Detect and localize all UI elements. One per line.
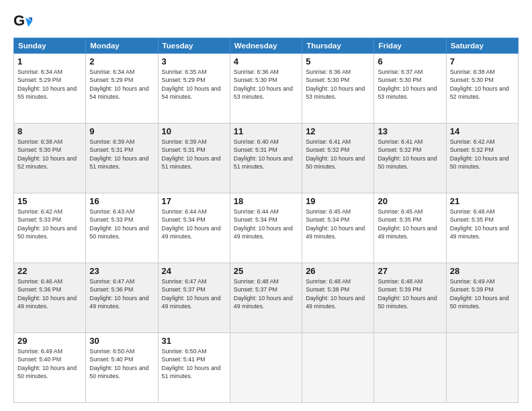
week-row-1: 1Sunrise: 6:34 AMSunset: 5:29 PMDaylight…: [14, 54, 519, 124]
day-number: 17: [162, 196, 226, 206]
day-number: 20: [378, 196, 442, 206]
calendar-cell: 10Sunrise: 6:39 AMSunset: 5:31 PMDayligh…: [158, 124, 230, 193]
calendar-cell: 5Sunrise: 6:36 AMSunset: 5:30 PMDaylight…: [302, 54, 374, 124]
day-info: Sunrise: 6:38 AMSunset: 5:30 PMDaylight:…: [17, 138, 82, 171]
week-row-5: 29Sunrise: 6:49 AMSunset: 5:40 PMDayligh…: [14, 333, 519, 403]
day-info: Sunrise: 6:39 AMSunset: 5:31 PMDaylight:…: [89, 138, 154, 171]
weekday-header-friday: Friday: [374, 38, 446, 54]
day-info: Sunrise: 6:44 AMSunset: 5:34 PMDaylight:…: [234, 208, 298, 240]
weekday-header-row: SundayMondayTuesdayWednesdayThursdayFrid…: [14, 38, 519, 54]
week-row-4: 22Sunrise: 6:46 AMSunset: 5:36 PMDayligh…: [14, 263, 519, 333]
calendar-cell: 4Sunrise: 6:36 AMSunset: 5:30 PMDaylight…: [230, 54, 302, 124]
calendar-cell: 27Sunrise: 6:48 AMSunset: 5:39 PMDayligh…: [374, 263, 446, 333]
calendar-cell: [446, 333, 518, 403]
day-number: 26: [306, 266, 370, 276]
calendar-cell: 2Sunrise: 6:34 AMSunset: 5:29 PMDaylight…: [86, 54, 158, 124]
day-info: Sunrise: 6:45 AMSunset: 5:34 PMDaylight:…: [306, 208, 370, 240]
week-row-2: 8Sunrise: 6:38 AMSunset: 5:30 PMDaylight…: [14, 124, 519, 193]
day-number: 13: [378, 126, 442, 136]
day-number: 24: [162, 266, 226, 276]
day-info: Sunrise: 6:47 AMSunset: 5:37 PMDaylight:…: [162, 277, 226, 310]
day-number: 28: [450, 266, 515, 276]
day-info: Sunrise: 6:48 AMSunset: 5:37 PMDaylight:…: [234, 277, 298, 310]
day-info: Sunrise: 6:34 AMSunset: 5:29 PMDaylight:…: [17, 68, 82, 101]
calendar-cell: 13Sunrise: 6:41 AMSunset: 5:32 PMDayligh…: [374, 124, 446, 193]
calendar-cell: 15Sunrise: 6:42 AMSunset: 5:33 PMDayligh…: [14, 193, 86, 263]
calendar-cell: 22Sunrise: 6:46 AMSunset: 5:36 PMDayligh…: [14, 263, 86, 333]
day-number: 11: [234, 126, 298, 136]
day-info: Sunrise: 6:49 AMSunset: 5:40 PMDaylight:…: [17, 347, 82, 380]
day-number: 16: [89, 196, 154, 206]
day-info: Sunrise: 6:50 AMSunset: 5:41 PMDaylight:…: [162, 347, 226, 380]
day-info: Sunrise: 6:34 AMSunset: 5:29 PMDaylight:…: [89, 68, 154, 101]
calendar-cell: 28Sunrise: 6:49 AMSunset: 5:39 PMDayligh…: [446, 263, 518, 333]
calendar-cell: 31Sunrise: 6:50 AMSunset: 5:41 PMDayligh…: [158, 333, 230, 403]
day-info: Sunrise: 6:37 AMSunset: 5:30 PMDaylight:…: [378, 68, 442, 101]
calendar-cell: 24Sunrise: 6:47 AMSunset: 5:37 PMDayligh…: [158, 263, 230, 333]
calendar-cell: 25Sunrise: 6:48 AMSunset: 5:37 PMDayligh…: [230, 263, 302, 333]
day-info: Sunrise: 6:38 AMSunset: 5:30 PMDaylight:…: [450, 68, 515, 101]
day-number: 9: [89, 126, 154, 136]
calendar-cell: 20Sunrise: 6:45 AMSunset: 5:35 PMDayligh…: [374, 193, 446, 263]
logo: G: [13, 12, 35, 31]
calendar-cell: 6Sunrise: 6:37 AMSunset: 5:30 PMDaylight…: [374, 54, 446, 124]
day-info: Sunrise: 6:49 AMSunset: 5:39 PMDaylight:…: [450, 277, 515, 310]
day-number: 15: [17, 196, 82, 206]
calendar-cell: 16Sunrise: 6:43 AMSunset: 5:33 PMDayligh…: [86, 193, 158, 263]
calendar-cell: 12Sunrise: 6:41 AMSunset: 5:32 PMDayligh…: [302, 124, 374, 193]
weekday-header-sunday: Sunday: [14, 38, 86, 54]
weekday-header-saturday: Saturday: [446, 38, 518, 54]
day-info: Sunrise: 6:48 AMSunset: 5:38 PMDaylight:…: [306, 277, 370, 310]
day-number: 18: [234, 196, 298, 206]
day-info: Sunrise: 6:40 AMSunset: 5:31 PMDaylight:…: [234, 138, 298, 171]
day-number: 1: [17, 56, 82, 66]
calendar-cell: 23Sunrise: 6:47 AMSunset: 5:36 PMDayligh…: [86, 263, 158, 333]
weekday-header-wednesday: Wednesday: [230, 38, 302, 54]
day-info: Sunrise: 6:42 AMSunset: 5:32 PMDaylight:…: [450, 138, 515, 171]
day-info: Sunrise: 6:43 AMSunset: 5:33 PMDaylight:…: [89, 208, 154, 240]
day-info: Sunrise: 6:48 AMSunset: 5:39 PMDaylight:…: [378, 277, 442, 310]
calendar-cell: 3Sunrise: 6:35 AMSunset: 5:29 PMDaylight…: [158, 54, 230, 124]
day-number: 5: [306, 56, 370, 66]
logo-icon: G: [13, 12, 32, 31]
day-number: 12: [306, 126, 370, 136]
day-number: 30: [89, 336, 154, 346]
calendar-table: SundayMondayTuesdayWednesdayThursdayFrid…: [13, 38, 519, 403]
day-number: 7: [450, 56, 515, 66]
day-info: Sunrise: 6:39 AMSunset: 5:31 PMDaylight:…: [162, 138, 226, 171]
calendar-cell: 7Sunrise: 6:38 AMSunset: 5:30 PMDaylight…: [446, 54, 518, 124]
calendar-cell: 8Sunrise: 6:38 AMSunset: 5:30 PMDaylight…: [14, 124, 86, 193]
page: G SundayMondayTuesdayWednesdayThursdayFr…: [0, 0, 532, 411]
week-row-3: 15Sunrise: 6:42 AMSunset: 5:33 PMDayligh…: [14, 193, 519, 263]
calendar-cell: 17Sunrise: 6:44 AMSunset: 5:34 PMDayligh…: [158, 193, 230, 263]
day-number: 2: [89, 56, 154, 66]
calendar-cell: 1Sunrise: 6:34 AMSunset: 5:29 PMDaylight…: [14, 54, 86, 124]
day-number: 25: [234, 266, 298, 276]
day-info: Sunrise: 6:46 AMSunset: 5:36 PMDaylight:…: [17, 277, 82, 310]
day-number: 4: [234, 56, 298, 66]
day-number: 21: [450, 196, 515, 206]
day-number: 22: [17, 266, 82, 276]
day-info: Sunrise: 6:46 AMSunset: 5:35 PMDaylight:…: [450, 208, 515, 240]
calendar-cell: [302, 333, 374, 403]
day-number: 14: [450, 126, 515, 136]
svg-text:G: G: [13, 12, 25, 29]
day-info: Sunrise: 6:36 AMSunset: 5:30 PMDaylight:…: [306, 68, 370, 101]
calendar-cell: 29Sunrise: 6:49 AMSunset: 5:40 PMDayligh…: [14, 333, 86, 403]
weekday-header-monday: Monday: [86, 38, 158, 54]
header: G: [13, 12, 519, 31]
calendar-cell: 18Sunrise: 6:44 AMSunset: 5:34 PMDayligh…: [230, 193, 302, 263]
calendar-cell: [374, 333, 446, 403]
day-number: 8: [17, 126, 82, 136]
calendar-cell: 21Sunrise: 6:46 AMSunset: 5:35 PMDayligh…: [446, 193, 518, 263]
day-number: 3: [162, 56, 226, 66]
day-info: Sunrise: 6:41 AMSunset: 5:32 PMDaylight:…: [378, 138, 442, 171]
day-info: Sunrise: 6:47 AMSunset: 5:36 PMDaylight:…: [89, 277, 154, 310]
day-info: Sunrise: 6:50 AMSunset: 5:40 PMDaylight:…: [89, 347, 154, 380]
day-info: Sunrise: 6:36 AMSunset: 5:30 PMDaylight:…: [234, 68, 298, 101]
calendar-cell: 30Sunrise: 6:50 AMSunset: 5:40 PMDayligh…: [86, 333, 158, 403]
day-info: Sunrise: 6:45 AMSunset: 5:35 PMDaylight:…: [378, 208, 442, 240]
calendar-cell: 26Sunrise: 6:48 AMSunset: 5:38 PMDayligh…: [302, 263, 374, 333]
day-info: Sunrise: 6:35 AMSunset: 5:29 PMDaylight:…: [162, 68, 226, 101]
day-info: Sunrise: 6:44 AMSunset: 5:34 PMDaylight:…: [162, 208, 226, 240]
